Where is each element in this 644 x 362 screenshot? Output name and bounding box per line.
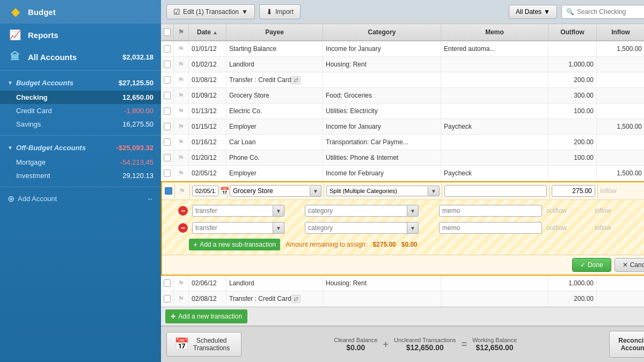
row-flag[interactable]: ⚑	[174, 41, 189, 56]
sub-transfer-dropdown-2[interactable]: ▼	[273, 222, 284, 234]
sidebar-item-all-accounts[interactable]: 🏛 All Accounts $2,032.18	[0, 46, 161, 68]
row-flag[interactable]: ⚑	[174, 135, 189, 150]
row-flag[interactable]: ⚑	[174, 72, 189, 87]
remove-sub-btn-1[interactable]: −	[178, 206, 188, 216]
sub-inflow-cell-1[interactable]: inflow	[592, 206, 641, 216]
sub-memo-cell-1[interactable]	[437, 204, 544, 218]
row-checkbox[interactable]	[161, 72, 174, 87]
row-flag[interactable]: ⚑	[174, 166, 189, 181]
sub-memo-input-1[interactable]	[439, 205, 542, 217]
row-checkbox[interactable]	[161, 291, 174, 306]
sub-inflow-cell-2[interactable]: inflow	[592, 223, 641, 233]
date-filter-button[interactable]: All Dates ▼	[509, 5, 557, 19]
row-flag[interactable]: ⚑	[174, 119, 189, 134]
sub-outflow-cell-1[interactable]: outflow	[544, 206, 592, 216]
checkbox[interactable]	[164, 61, 171, 68]
checkbox[interactable]	[164, 169, 171, 177]
sidebar-item-investment[interactable]: Investment 29,120.13	[0, 169, 161, 182]
edit-outflow-cell[interactable]	[550, 183, 598, 198]
search-input[interactable]	[577, 8, 644, 16]
sidebar-budget-accounts-header[interactable]: ▼ Budget Accounts $27,125.50	[0, 75, 161, 91]
scheduled-transactions-button[interactable]: 📅 Scheduled Transactions	[166, 332, 241, 357]
edit-payee-cell[interactable]: ▼	[228, 183, 324, 198]
edit-flag[interactable]: ⚑	[175, 183, 190, 198]
sub-category-input-1[interactable]	[305, 205, 407, 217]
sub-memo-input-2[interactable]	[439, 222, 542, 234]
sub-transfer-input-1[interactable]	[192, 205, 273, 217]
edit-category-input[interactable]	[326, 186, 428, 196]
sub-category-input-2[interactable]	[305, 222, 407, 234]
sidebar-item-budget[interactable]: ◆ Budget	[0, 0, 161, 24]
header-checkbox[interactable]	[161, 24, 174, 40]
sub-transfer-cell-2[interactable]: ▼	[190, 221, 287, 235]
checkbox[interactable]	[164, 76, 171, 84]
edit-memo-input[interactable]	[444, 185, 547, 197]
row-checkbox[interactable]	[161, 104, 174, 119]
row-checkbox[interactable]	[161, 276, 174, 291]
edit-date-input[interactable]	[192, 186, 219, 196]
row-checkbox[interactable]	[161, 88, 174, 103]
sub-transfer-dropdown-1[interactable]: ▼	[273, 205, 284, 217]
add-transaction-button[interactable]: + Add a new transaction	[165, 309, 247, 323]
sub-category-cell-1[interactable]: ▼	[303, 204, 421, 218]
remove-sub-btn-2[interactable]: −	[178, 223, 188, 233]
checkbox[interactable]	[164, 295, 171, 302]
header-outflow[interactable]: Outflow	[548, 24, 597, 40]
checkbox[interactable]	[164, 154, 171, 161]
sidebar-item-mortgage[interactable]: Mortgage -54,213.45	[0, 156, 161, 169]
row-checkbox[interactable]	[161, 119, 174, 134]
reconcile-button[interactable]: ReconcileAccount	[609, 331, 644, 358]
sub-cat-dropdown-1[interactable]: ▼	[407, 205, 419, 217]
checkbox[interactable]	[164, 45, 171, 53]
edit-inflow-cell[interactable]: inflow	[598, 183, 644, 198]
import-button[interactable]: ⬇ Import	[259, 4, 301, 19]
checkbox[interactable]	[164, 279, 171, 287]
row-flag[interactable]: ⚑	[174, 57, 189, 72]
row-flag[interactable]: ⚑	[174, 276, 189, 291]
edit-payee-input[interactable]	[230, 185, 310, 197]
row-flag[interactable]: ⚑	[174, 104, 189, 119]
sidebar-item-checking[interactable]: Checking 12,650.00	[0, 91, 161, 104]
sub-transfer-cell-1[interactable]: ▼	[190, 204, 287, 218]
sub-outflow-cell-2[interactable]: outflow	[544, 223, 592, 233]
checkbox[interactable]	[164, 138, 171, 146]
sub-memo-cell-2[interactable]	[437, 221, 544, 235]
header-payee[interactable]: Payee	[226, 24, 323, 40]
sidebar-item-savings[interactable]: Savings 16,275.50	[0, 117, 161, 131]
row-flag[interactable]: ⚑	[174, 291, 189, 306]
category-dropdown-btn[interactable]: ▼	[428, 186, 440, 196]
sidebar-item-credit-card[interactable]: Credit Card -1,800.00	[0, 104, 161, 117]
header-memo[interactable]: Memo	[441, 24, 548, 40]
row-checkbox[interactable]	[161, 150, 174, 165]
checkbox[interactable]	[164, 107, 171, 115]
sidebar-off-budget-header[interactable]: ▼ Off-Budget Accounts -$25,093.32	[0, 140, 161, 156]
edit-checkbox[interactable]	[162, 183, 175, 198]
add-account-row[interactable]: ⊕ Add Account ↔	[0, 189, 161, 208]
edit-outflow-input[interactable]	[552, 185, 595, 197]
header-inflow[interactable]: Inflow	[597, 24, 644, 40]
row-checkbox[interactable]	[161, 166, 174, 181]
row-checkbox[interactable]	[161, 57, 174, 72]
sub-category-cell-2[interactable]: ▼	[303, 221, 421, 235]
sidebar-item-reports[interactable]: 📈 Reports	[0, 24, 161, 46]
row-flag[interactable]: ⚑	[174, 150, 189, 165]
edit-category-cell[interactable]: ▼	[324, 183, 442, 198]
header-date[interactable]: Date ▲	[189, 24, 226, 40]
sub-cat-dropdown-2[interactable]: ▼	[407, 222, 419, 234]
cancel-button[interactable]: ✕ Cancel	[614, 258, 644, 272]
checkbox[interactable]	[164, 123, 171, 130]
done-button[interactable]: ✓ Done	[572, 258, 611, 272]
header-category[interactable]: Category	[323, 24, 441, 40]
search-box[interactable]: 🔍	[561, 5, 644, 19]
payee-dropdown-btn[interactable]: ▼	[310, 185, 321, 197]
edit-checkbox-box[interactable]	[165, 187, 172, 195]
checkbox[interactable]	[164, 92, 171, 99]
edit-transaction-button[interactable]: ☑ Edit (1) Transaction ▼	[166, 4, 255, 19]
edit-date-cell[interactable]: 📅	[190, 183, 228, 198]
row-checkbox[interactable]	[161, 41, 174, 56]
add-sub-transaction-btn[interactable]: + Add a new sub-transaction	[189, 239, 280, 250]
row-checkbox[interactable]	[161, 135, 174, 150]
sub-transfer-input-2[interactable]	[192, 222, 273, 234]
edit-memo-cell[interactable]	[442, 183, 550, 198]
row-flag[interactable]: ⚑	[174, 88, 189, 103]
